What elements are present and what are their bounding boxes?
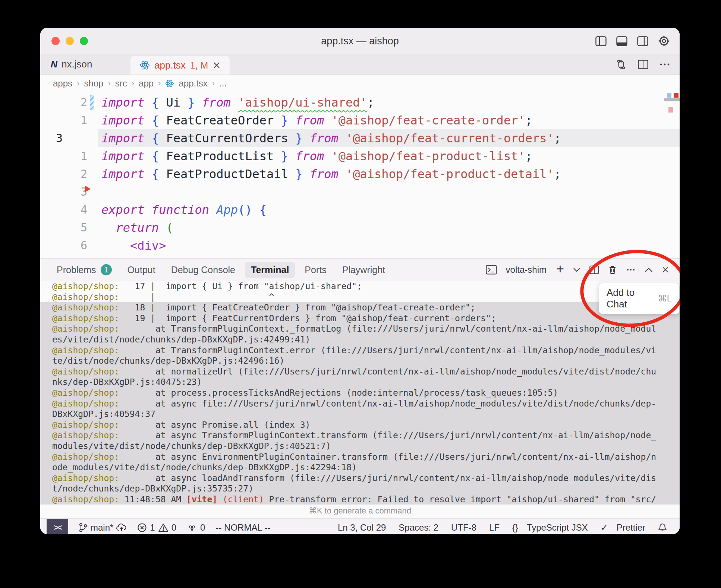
code-text: import { FeatProductDetail } from '@aish… — [101, 165, 561, 183]
code-line[interactable]: 2import { Ui } from 'aishop/ui-shared'; — [40, 94, 680, 111]
code-line[interactable]: 3import { FeatCurrentOrders } from '@ais… — [40, 129, 680, 147]
encoding-status[interactable]: UTF-8 — [451, 522, 476, 533]
breadcrumb-item[interactable]: ... — [219, 78, 227, 89]
window-title: app.tsx — aishop — [40, 35, 680, 47]
react-file-icon — [165, 79, 174, 88]
code-text: import { FeatCreateOrder } from '@aishop… — [101, 111, 532, 129]
breadcrumb: apps› shop› src› app› app.tsx› ... — [40, 75, 680, 92]
compare-changes-icon[interactable] — [615, 59, 627, 70]
code-text: import { Ui } from 'aishop/ui-shared'; — [101, 94, 374, 111]
panel-tab-label: Terminal — [251, 265, 289, 275]
error-circle-icon — [137, 523, 147, 532]
braces-icon: {} — [512, 522, 518, 533]
panel-tab-debug-console[interactable]: Debug Console — [171, 265, 235, 275]
panel-tab-label: Ports — [305, 265, 326, 275]
code-text: return ( — [101, 219, 173, 237]
toggle-secondary-sidebar-icon[interactable] — [637, 36, 648, 46]
chevron-right-icon: › — [108, 79, 110, 88]
maximize-panel-chevron-up-icon[interactable] — [645, 268, 653, 272]
terminal-line: @aishop/shop: 18 | import { FeatCreateOr… — [40, 302, 680, 313]
code-line[interactable]: 6 <div> — [40, 237, 680, 255]
git-branch-status[interactable]: main* — [79, 522, 127, 533]
status-bar: >< main* 1 0 — [40, 518, 680, 534]
add-to-chat-shortcut: ⌘L — [658, 293, 672, 304]
indentation-status[interactable]: Spaces: 2 — [399, 522, 438, 533]
vscode-window: app.tsx — aishop N nx.json app.t — [40, 28, 680, 534]
formatter-status[interactable]: ✓ Prettier — [601, 522, 645, 533]
notifications-bell-icon[interactable] — [658, 523, 667, 532]
panel-tab-label: Problems — [57, 265, 96, 275]
terminal-line: DBxKXgDP.js:40594:37 — [40, 409, 680, 420]
line-number: 2 — [40, 94, 87, 111]
panel-tab-label: Playwright — [342, 265, 385, 275]
editor-code[interactable]: 2import { Ui } from 'aishop/ui-shared';1… — [40, 92, 680, 258]
tab-nx-json[interactable]: N nx.json — [40, 54, 130, 75]
terminal-line: @aishop/shop: 19 | import { FeatCurrentO… — [40, 313, 680, 324]
close-tab-icon[interactable] — [212, 61, 221, 69]
terminal-line: @aishop/shop: at TransformPluginContext.… — [40, 345, 680, 356]
code-line[interactable]: 5 return ( — [40, 219, 680, 237]
terminal-line: modules/vite/dist/node/chunks/dep-DBxKXg… — [40, 441, 680, 452]
chevron-right-icon: › — [132, 79, 134, 88]
kill-terminal-trash-icon[interactable] — [608, 265, 617, 275]
panel-tab-label: Debug Console — [171, 265, 235, 275]
terminal-ai-hint: ⌘K to generate a command — [40, 505, 680, 518]
remote-indicator[interactable]: >< — [47, 519, 68, 534]
toggle-primary-sidebar-icon[interactable] — [595, 36, 607, 46]
terminal-line: te/dist/node/chunks/dep-DBxKXgDP.js:4249… — [40, 355, 680, 366]
problems-status[interactable]: 1 0 — [137, 522, 176, 533]
eol-status[interactable]: LF — [489, 522, 500, 533]
broadcast-tower-icon — [187, 523, 197, 532]
panel-tab-playwright[interactable]: Playwright — [342, 265, 385, 275]
tab-dirty-badge: 1, M — [190, 60, 208, 71]
terminal-line: es/vite/dist/node/chunks/dep-DBxKXgDP.js… — [40, 334, 680, 345]
terminal-line: @aishop/shop: | ^ — [40, 292, 680, 303]
settings-gear-icon[interactable] — [658, 35, 670, 47]
nx-file-icon: N — [51, 59, 57, 70]
breadcrumb-item[interactable]: src — [115, 78, 127, 89]
panel-tab-output[interactable]: Output — [127, 265, 155, 275]
tab-label: app.tsx — [154, 60, 186, 71]
cursor-position-status[interactable]: Ln 3, Col 29 — [338, 522, 386, 533]
code-line[interactable]: 1import { FeatCreateOrder } from '@aisho… — [40, 111, 680, 129]
cloud-upload-icon — [116, 523, 127, 532]
add-to-chat-button[interactable]: Add to Chat ⌘L — [599, 283, 680, 314]
code-text: export function App() { — [101, 201, 267, 219]
chevron-down-icon[interactable] — [573, 268, 580, 272]
panel-tab-bar: Problems1OutputDebug ConsoleTerminalPort… — [40, 258, 680, 281]
ports-status[interactable]: 0 — [187, 522, 205, 533]
code-line[interactable]: 2import { FeatProductDetail } from '@ais… — [40, 165, 680, 183]
panel-tab-problems[interactable]: Problems1 — [57, 264, 112, 275]
terminal-instance-name[interactable]: volta-shim — [506, 265, 547, 275]
panel-tab-terminal[interactable]: Terminal — [245, 262, 295, 278]
split-editor-icon[interactable] — [638, 60, 648, 69]
line-number: 3 — [40, 183, 87, 201]
terminal-line: @aishop/shop: at TransformPluginContext.… — [40, 323, 680, 334]
language-mode-status[interactable]: {} TypeScript JSX — [512, 522, 588, 533]
code-text: import { FeatCurrentOrders } from '@aish… — [101, 129, 561, 147]
breadcrumb-item[interactable]: app — [139, 78, 154, 89]
breadcrumb-item[interactable]: app.tsx — [179, 78, 207, 89]
breadcrumb-item[interactable]: apps — [53, 78, 72, 89]
panel-more-actions-icon[interactable] — [626, 268, 636, 271]
check-icon: ✓ — [601, 522, 608, 533]
terminal-line: @aishop/shop: at async file:///Users/jur… — [40, 398, 680, 409]
line-number: 2 — [40, 165, 87, 183]
new-terminal-button[interactable]: + — [556, 262, 564, 276]
split-terminal-icon[interactable] — [589, 265, 599, 274]
terminal-output[interactable]: @aishop/shop: 17 | import { Ui } from "a… — [40, 281, 680, 505]
more-actions-icon[interactable] — [659, 63, 670, 66]
terminal-line: @aishop/shop: 11:48:58 AM [vite] (client… — [40, 494, 680, 505]
close-panel-icon[interactable] — [662, 266, 669, 274]
terminal-line: @aishop/shop: at async EnvironmentPlugin… — [40, 452, 680, 462]
line-number: 4 — [40, 201, 87, 219]
panel-tab-ports[interactable]: Ports — [305, 265, 326, 275]
code-line[interactable]: 1import { FeatProductList } from '@aisho… — [40, 147, 680, 165]
tab-app-tsx[interactable]: app.tsx 1, M — [130, 56, 230, 75]
chevron-right-icon: › — [77, 79, 79, 88]
code-line[interactable]: 3 — [40, 183, 680, 201]
breadcrumb-item[interactable]: shop — [84, 78, 103, 89]
toggle-panel-icon[interactable] — [616, 36, 627, 46]
vim-mode-indicator[interactable]: -- NORMAL -- — [215, 522, 270, 533]
code-line[interactable]: 4export function App() { — [40, 201, 680, 219]
